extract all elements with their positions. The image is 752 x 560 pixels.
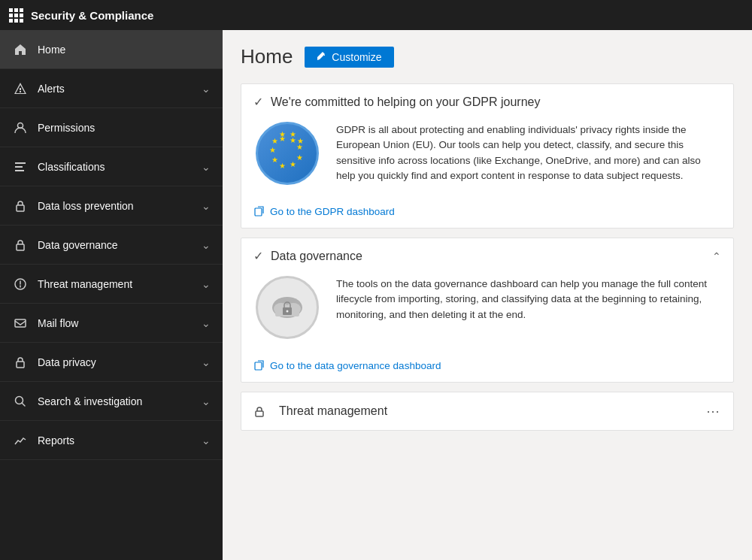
svg-text:★: ★ xyxy=(279,162,286,170)
sidebar-item-alerts-label: Alerts xyxy=(38,83,202,95)
sidebar-item-permissions[interactable]: Permissions xyxy=(0,108,223,147)
sidebar-item-data-privacy-label: Data privacy xyxy=(38,356,202,368)
edit-icon xyxy=(317,52,327,62)
chevron-up-icon: ⌃ xyxy=(712,250,721,262)
sidebar-item-classifications-label: Classifications xyxy=(38,161,202,173)
svg-text:★: ★ xyxy=(279,131,286,138)
customize-label: Customize xyxy=(332,51,381,63)
sidebar-item-reports[interactable]: Reports ⌄ xyxy=(0,421,223,460)
svg-text:★: ★ xyxy=(290,131,296,138)
eu-flag-svg: ★ ★ ★ ★ ★ ★ ★ ★ ★ ★ ★ ★ xyxy=(265,131,310,176)
svg-rect-8 xyxy=(17,362,24,368)
app-title: Security & Compliance xyxy=(31,9,153,22)
sidebar-item-home-label: Home xyxy=(38,44,211,56)
more-options-icon[interactable]: ⋯ xyxy=(706,403,721,419)
sidebar-item-alerts[interactable]: Alerts ⌄ xyxy=(0,69,223,108)
cloud-icon xyxy=(256,276,319,339)
gdpr-card-title: We're committed to helping on your GDPR … xyxy=(271,95,721,109)
svg-text:★: ★ xyxy=(297,137,304,145)
chevron-down-icon: ⌄ xyxy=(202,239,211,251)
alert-icon xyxy=(12,80,29,97)
home-icon xyxy=(12,41,29,58)
classifications-icon xyxy=(12,159,29,175)
data-governance-icon-wrapper xyxy=(253,274,321,341)
chevron-down-icon: ⌄ xyxy=(202,83,211,95)
threat-icon xyxy=(12,276,29,292)
gdpr-card-text: GDPR is all about protecting and enablin… xyxy=(336,120,721,183)
sidebar-item-data-loss-prevention[interactable]: Data loss prevention ⌄ xyxy=(0,186,223,226)
data-governance-card-title: Data governance xyxy=(271,250,712,263)
main-layout: ❮ Home Alerts ⌄ xyxy=(0,30,752,560)
chevron-down-icon: ⌄ xyxy=(202,395,211,407)
search-icon xyxy=(12,393,29,410)
gdpr-link-row: Go to the GDPR dashboard xyxy=(241,199,733,228)
check-icon: ✓ xyxy=(253,249,263,263)
lock-icon xyxy=(253,404,265,418)
svg-text:★: ★ xyxy=(271,137,278,145)
lock-svg xyxy=(253,406,265,418)
check-icon: ✓ xyxy=(253,95,263,109)
data-governance-icon xyxy=(12,237,29,253)
topbar: Security & Compliance xyxy=(0,0,752,30)
data-governance-card-text: The tools on the data governance dashboa… xyxy=(336,274,721,322)
sidebar-item-threat-management[interactable]: Threat management ⌄ xyxy=(0,265,223,304)
svg-rect-1 xyxy=(15,162,26,164)
mail-icon xyxy=(12,315,29,331)
chevron-down-icon: ⌄ xyxy=(202,317,211,329)
svg-text:★: ★ xyxy=(296,153,303,162)
sidebar-item-search-label: Search & investigation xyxy=(38,395,202,407)
sidebar-item-permissions-label: Permissions xyxy=(38,122,211,134)
data-governance-dashboard-link[interactable]: Go to the data governance dashboard xyxy=(270,360,441,371)
link-icon xyxy=(253,205,265,217)
sidebar-item-classifications[interactable]: Classifications ⌄ xyxy=(0,147,223,186)
svg-rect-7 xyxy=(15,319,26,327)
svg-point-28 xyxy=(287,310,289,313)
sidebar-item-reports-label: Reports xyxy=(38,434,202,446)
gdpr-dashboard-link[interactable]: Go to the GDPR dashboard xyxy=(270,206,395,217)
svg-text:★: ★ xyxy=(290,160,296,168)
gdpr-card: ✓ We're committed to helping on your GDP… xyxy=(241,83,734,229)
threat-management-card-header[interactable]: Threat management ⋯ xyxy=(241,392,733,430)
data-privacy-icon xyxy=(12,354,29,371)
svg-rect-2 xyxy=(15,166,23,168)
sidebar-item-data-loss-label: Data loss prevention xyxy=(38,200,202,212)
threat-management-card: Threat management ⋯ xyxy=(241,392,734,431)
chevron-down-icon: ⌄ xyxy=(202,278,211,290)
sidebar-item-home[interactable]: Home xyxy=(0,30,223,69)
page-header: Home Customize xyxy=(241,45,734,68)
permissions-icon xyxy=(12,120,29,136)
lock-icon xyxy=(12,198,29,214)
chevron-down-icon: ⌄ xyxy=(202,356,211,368)
svg-text:★: ★ xyxy=(271,156,278,164)
gdpr-card-body: ★ ★ ★ ★ ★ ★ ★ ★ ★ ★ ★ ★ xyxy=(241,120,733,199)
data-governance-card-body: The tools on the data governance dashboa… xyxy=(241,274,733,353)
sidebar-item-search-investigation[interactable]: Search & investigation ⌄ xyxy=(0,382,223,421)
reports-icon xyxy=(12,432,29,449)
cloud-lock-svg xyxy=(266,286,308,328)
gdpr-card-header[interactable]: ✓ We're committed to helping on your GDP… xyxy=(241,84,733,120)
link-icon xyxy=(253,359,265,371)
grid-icon xyxy=(9,8,23,23)
chevron-down-icon: ⌄ xyxy=(202,200,211,212)
svg-rect-29 xyxy=(255,362,262,370)
svg-rect-22 xyxy=(255,208,262,216)
sidebar: ❮ Home Alerts ⌄ xyxy=(0,30,223,560)
chevron-down-icon: ⌄ xyxy=(202,434,211,446)
page-title: Home xyxy=(241,45,293,68)
sidebar-item-data-governance-label: Data governance xyxy=(38,239,202,251)
data-governance-card-header[interactable]: ✓ Data governance ⌃ xyxy=(241,238,733,274)
sidebar-item-mail-flow-label: Mail flow xyxy=(38,317,202,329)
sidebar-item-mail-flow[interactable]: Mail flow ⌄ xyxy=(0,304,223,343)
main-content: Home Customize ✓ We're committed to help… xyxy=(223,30,752,560)
svg-rect-4 xyxy=(17,205,24,211)
sidebar-item-data-governance[interactable]: Data governance ⌄ xyxy=(0,226,223,265)
svg-rect-30 xyxy=(256,411,263,416)
sidebar-item-data-privacy[interactable]: Data privacy ⌄ xyxy=(0,343,223,382)
svg-text:★: ★ xyxy=(269,146,276,154)
chevron-down-icon: ⌄ xyxy=(202,161,211,173)
eu-icon: ★ ★ ★ ★ ★ ★ ★ ★ ★ ★ ★ ★ xyxy=(256,122,319,185)
data-governance-card: ✓ Data governance ⌃ xyxy=(241,238,734,383)
data-governance-link-row: Go to the data governance dashboard xyxy=(241,353,733,382)
svg-rect-5 xyxy=(17,244,24,250)
customize-button[interactable]: Customize xyxy=(305,47,393,68)
